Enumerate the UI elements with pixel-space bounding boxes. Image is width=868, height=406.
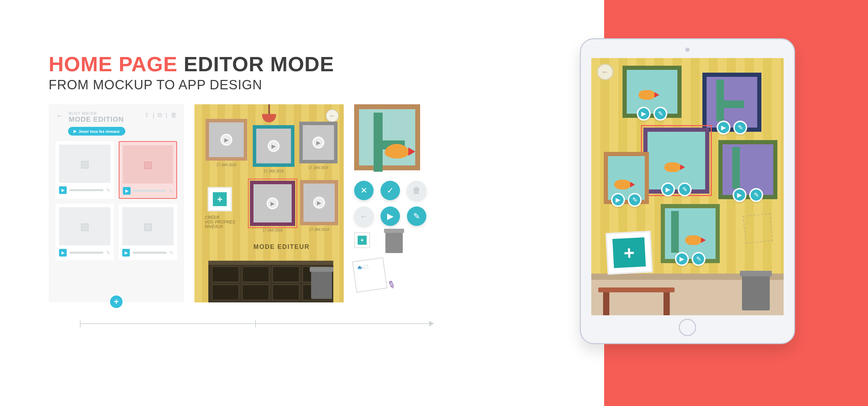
back-arrow-icon[interactable]: ← (56, 111, 65, 120)
play-icon[interactable]: ▶ (123, 187, 131, 195)
edit-icon[interactable]: ✎ (169, 250, 174, 255)
play-icon[interactable]: ▶ (59, 186, 67, 194)
frame-date: 17 JAN 2018 (299, 166, 337, 170)
frame-date: 17 JAN 2018 (250, 228, 295, 232)
level-frame[interactable]: ▶ 17 JAN 2018 (300, 180, 338, 225)
app-screen: ← ▶✎ ▶✎ ▶✎ ▶✎ ▶✎ (591, 58, 784, 315)
copy-icon[interactable]: ⧉ (158, 112, 162, 119)
trash-asset[interactable] (385, 232, 403, 253)
frame-date: 17 JAN 2018 (300, 228, 338, 232)
fish-icon (385, 144, 409, 159)
page-heading: HOME PAGE EDITOR MODE FROM MOCKUP TO APP… (49, 52, 334, 92)
play-icon[interactable]: ▶ (675, 252, 689, 266)
level-card[interactable]: ▧ ▶ ✎ (56, 204, 114, 260)
wireframe-mode: MODE EDITION (69, 115, 140, 123)
trash-icon[interactable]: 🗑 (171, 112, 177, 119)
tablet-device: ← ▶✎ ▶✎ ▶✎ ▶✎ ▶✎ (580, 38, 795, 344)
level-frame[interactable]: ▶✎ (661, 204, 720, 263)
confirm-button[interactable]: ✓ (381, 181, 400, 200)
play-icon[interactable]: ▶ (122, 249, 130, 257)
level-frame[interactable]: ▶✎ (604, 152, 649, 204)
edit-button[interactable]: ✎ (407, 206, 426, 226)
play-icon[interactable]: ▶ (717, 121, 731, 135)
desk-decoration (598, 287, 675, 315)
level-card[interactable]: ▧ ▶ ✎ (56, 141, 114, 199)
image-placeholder-icon: ▧ (59, 207, 110, 245)
play-icon[interactable]: ▶ (59, 249, 67, 257)
trash-decoration[interactable] (311, 271, 332, 299)
back-button[interactable]: ← (597, 64, 614, 80)
tablet-camera (685, 48, 690, 52)
progress-axis (80, 323, 431, 324)
level-frame-selected[interactable]: ▶ 17 JAN 2018 (250, 181, 295, 226)
level-frame[interactable]: ▶✎ (623, 66, 682, 118)
play-icon[interactable]: ▶ (611, 193, 625, 207)
edit-icon[interactable]: ✎ (106, 187, 110, 193)
shelf-label: MODE EDITEUR (253, 243, 310, 251)
title-plain: EDITOR MODE (184, 52, 334, 76)
play-icon[interactable]: ▶ (661, 182, 675, 196)
level-frame-selected[interactable]: ▶✎ (643, 128, 709, 194)
painted-mockup: ← ▶ 17 JAN 2018 ▶ 17 JAN 2018 ▶ 17 JAN 2… (194, 104, 344, 302)
tablet-home-button[interactable] (679, 319, 696, 336)
add-level-button[interactable]: + (109, 294, 124, 309)
frame-date: 17 JAN 2018 (206, 163, 247, 167)
subtitle: FROM MOCKUP TO APP DESIGN (49, 76, 334, 92)
image-placeholder-icon: ▧ (123, 145, 173, 184)
level-frame[interactable]: ▶ 17 JAN 2018 (206, 119, 247, 161)
frame-date: 17 JAN 2018 (253, 169, 294, 173)
level-preview-asset (354, 104, 420, 170)
image-placeholder-icon: ▧ (122, 207, 174, 245)
level-card[interactable]: ▧ ▶ ✎ (119, 204, 177, 260)
level-frame[interactable]: ▶✎ (718, 140, 777, 199)
edit-icon[interactable]: ✎ (733, 121, 747, 135)
title-placeholder (69, 189, 103, 191)
add-asset[interactable]: + (354, 232, 370, 248)
share-icon[interactable]: ⇪ (144, 111, 149, 119)
edit-icon[interactable]: ✎ (106, 250, 110, 255)
image-placeholder-icon: ▧ (59, 145, 110, 183)
create-note: CRÉER VOS PROPRES NIVEAUX (205, 216, 235, 229)
level-frame[interactable]: ▶ 17 JAN 2018 (253, 125, 294, 167)
title-placeholder (69, 252, 103, 254)
level-card-selected[interactable]: ▧ ▶ ✎ (119, 141, 177, 199)
close-button[interactable]: ✕ (354, 181, 374, 200)
trash-bin[interactable] (742, 276, 770, 310)
back-button-disabled: ← (354, 206, 374, 226)
play-icon[interactable]: ▶ (733, 188, 746, 202)
plus-icon: + (213, 192, 227, 206)
edit-icon[interactable]: ✎ (692, 252, 706, 266)
sketch-note (743, 213, 773, 244)
add-level-card[interactable]: + (208, 187, 232, 211)
edit-icon[interactable]: ✎ (749, 188, 763, 202)
play-all-button[interactable]: ▶ Jouer tous les niveaux (68, 127, 125, 136)
play-icon[interactable]: ▶ (637, 107, 651, 121)
plus-icon: + (612, 237, 646, 268)
level-frame[interactable]: ▶ 17 JAN 2018 (299, 122, 337, 163)
delete-button[interactable]: 🗑 (407, 181, 426, 200)
title-placeholder (133, 252, 167, 254)
sketch-asset: 🐟 ⬚ (352, 257, 387, 293)
back-button[interactable]: ← (326, 109, 339, 122)
wireframe-mockup: ← BUSY WATER MODE EDITION ⇪ | ⧉ | 🗑 ▶ Jo… (49, 104, 184, 302)
add-level-card[interactable]: + (606, 231, 653, 275)
play-icon: ▶ (74, 129, 76, 133)
edit-icon[interactable]: ✎ (678, 182, 692, 196)
edit-icon[interactable]: ✎ (653, 107, 667, 121)
play-all-label: Jouer tous les niveaux (78, 129, 120, 133)
play-button[interactable]: ▶ (381, 206, 400, 226)
asset-palette: ✕ ✓ 🗑 ← ▶ ✎ + 🐟 ⬚ (354, 104, 437, 291)
wireframe-kicker: BUSY WATER (69, 111, 140, 115)
edit-icon[interactable]: ✎ (628, 193, 642, 207)
level-frame[interactable]: ▶✎ (702, 73, 761, 132)
title-accent: HOME PAGE (49, 52, 177, 76)
title-placeholder (133, 190, 166, 192)
edit-icon[interactable]: ✎ (169, 188, 173, 194)
